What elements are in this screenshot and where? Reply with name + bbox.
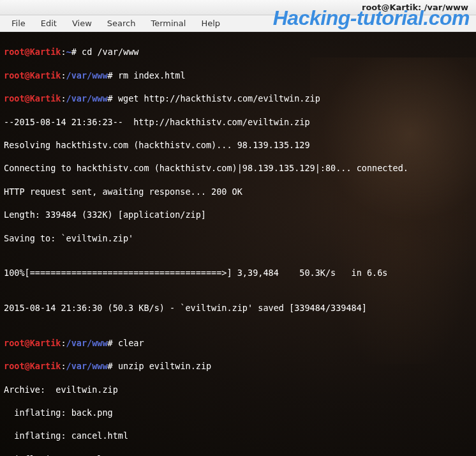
wget-line: Connecting to hackthistv.com (hackthistv…	[4, 162, 472, 174]
unzip-archive: Archive: eviltwin.zip	[4, 384, 472, 395]
prompt-user: root	[4, 70, 25, 80]
prompt-path-www: /var/www	[66, 93, 108, 103]
prompt-user: root	[4, 338, 25, 348]
wget-line: --2015-08-14 21:36:23-- http://hackthist…	[4, 116, 472, 128]
prompt-colon: :	[61, 361, 66, 371]
prompt-host: Kartik	[30, 338, 61, 348]
unzip-file: inflating: cancel.html	[4, 430, 472, 441]
prompt-user: root	[4, 93, 25, 103]
menu-terminal[interactable]: Terminal	[144, 17, 192, 29]
prompt-symbol: #	[108, 70, 113, 80]
menu-file[interactable]: File	[5, 17, 32, 29]
prompt-colon: :	[61, 47, 66, 57]
menu-edit[interactable]: Edit	[34, 17, 63, 29]
prompt-colon: :	[61, 70, 66, 80]
prompt-colon: :	[61, 338, 66, 348]
window-title: root@Kartik: /var/www	[362, 3, 468, 12]
prompt-at: @	[25, 361, 30, 371]
unzip-file: inflating: back.png	[4, 407, 472, 418]
menu-help[interactable]: Help	[195, 17, 227, 29]
prompt-host: Kartik	[30, 361, 61, 371]
prompt-symbol: #	[71, 47, 77, 57]
prompt-host: Kartik	[30, 47, 61, 57]
terminal-output[interactable]: root@Kartik:~# cd /var/www root@Kartik:/…	[0, 32, 476, 456]
prompt-user: root	[4, 361, 25, 371]
unzip-file: inflating: cancel.png	[4, 453, 472, 456]
wget-line: Saving to: `eviltwin.zip'	[4, 232, 472, 244]
cmd-unzip: unzip eviltwin.zip	[118, 361, 211, 371]
wget-line: HTTP request sent, awaiting response... …	[4, 186, 472, 197]
prompt-at: @	[25, 338, 30, 348]
prompt-symbol: #	[108, 338, 113, 348]
prompt-user: root	[4, 47, 25, 57]
prompt-at: @	[25, 47, 30, 57]
prompt-host: Kartik	[30, 93, 61, 103]
prompt-symbol: #	[108, 361, 113, 371]
menu-view[interactable]: View	[66, 17, 98, 29]
cmd-clear: clear	[118, 338, 144, 348]
prompt-path-www: /var/www	[66, 338, 108, 348]
cmd-wget: wget http://hackthistv.com/eviltwin.zip	[118, 93, 320, 103]
prompt-at: @	[25, 93, 30, 103]
prompt-host: Kartik	[30, 70, 61, 80]
prompt-path-home: ~	[66, 47, 71, 57]
menu-search[interactable]: Search	[101, 17, 142, 29]
wget-progress: 100%[===================================…	[4, 267, 472, 278]
wget-summary: 2015-08-14 21:36:30 (50.3 KB/s) - `evilt…	[4, 302, 472, 314]
cmd-rm: rm index.html	[118, 70, 186, 80]
prompt-colon: :	[61, 93, 66, 103]
window-titlebar: root@Kartik: /var/www	[0, 0, 476, 15]
wget-line: Length: 339484 (332K) [application/zip]	[4, 209, 472, 220]
menubar: File Edit View Search Terminal Help	[0, 15, 476, 32]
cmd-cd: cd /var/www	[82, 47, 138, 57]
prompt-symbol: #	[108, 93, 113, 103]
prompt-at: @	[25, 70, 30, 80]
wget-line: Resolving hackthistv.com (hackthistv.com…	[4, 139, 472, 151]
prompt-path-www: /var/www	[66, 70, 108, 80]
prompt-path-www: /var/www	[66, 361, 108, 371]
